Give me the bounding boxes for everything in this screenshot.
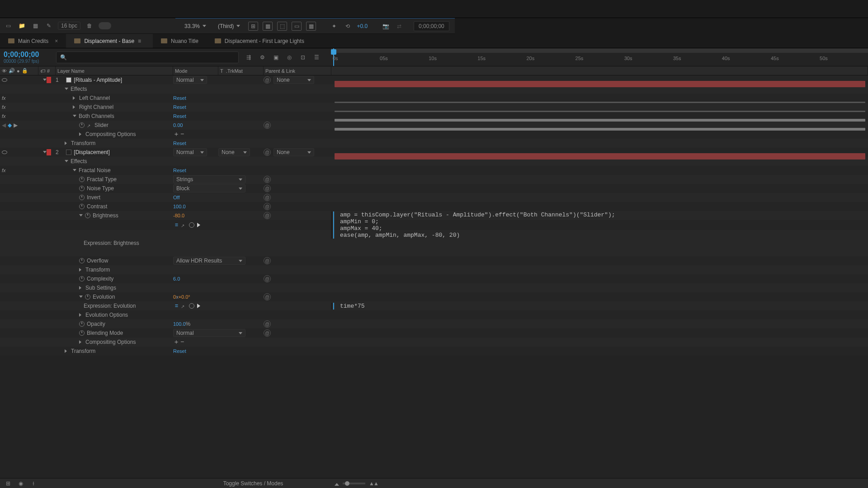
fx-badge[interactable]: fx bbox=[2, 95, 6, 101]
transform-group[interactable]: Transform bbox=[71, 348, 95, 354]
stopwatch-icon[interactable] bbox=[79, 186, 85, 191]
twirl-icon[interactable] bbox=[79, 313, 83, 317]
toggle-modes-icon[interactable]: ◉ bbox=[16, 479, 25, 488]
pickwhip-icon[interactable]: @ bbox=[264, 149, 271, 156]
quality-dropdown[interactable]: (Third) bbox=[214, 22, 244, 31]
blend-mode-dropdown[interactable]: Normal bbox=[173, 76, 207, 84]
pickwhip-icon[interactable]: @ bbox=[264, 76, 271, 84]
frame-blend-icon[interactable]: ◎ bbox=[285, 53, 294, 62]
pickwhip-icon[interactable]: @ bbox=[264, 329, 271, 337]
property-value[interactable]: 6.0 bbox=[173, 276, 180, 282]
transform-group[interactable]: Transform bbox=[71, 140, 95, 146]
pickwhip-icon[interactable]: @ bbox=[264, 320, 271, 328]
effect-name[interactable]: Right Channel bbox=[79, 104, 113, 110]
pickwhip-icon[interactable]: @ bbox=[264, 275, 271, 282]
color-depth[interactable]: 16 bpc bbox=[58, 22, 80, 30]
reset-exposure-icon[interactable]: ⟲ bbox=[343, 22, 352, 31]
visibility-toggle[interactable] bbox=[2, 78, 7, 82]
mask-toggle-icon[interactable]: ⬚ bbox=[277, 22, 287, 31]
stopwatch-icon[interactable] bbox=[79, 321, 85, 327]
snapshot-icon[interactable]: 📷 bbox=[381, 22, 390, 31]
effect-name[interactable]: Both Channels bbox=[79, 113, 114, 119]
reset-link[interactable]: Reset bbox=[173, 113, 186, 119]
region-icon[interactable]: ▭ bbox=[292, 22, 302, 31]
expression-enable-icon[interactable]: = bbox=[175, 303, 178, 309]
property-group[interactable]: Evolution Options bbox=[85, 312, 128, 318]
stopwatch-icon[interactable] bbox=[79, 122, 85, 128]
pickwhip-icon[interactable]: @ bbox=[264, 122, 271, 129]
property-name[interactable]: Opacity bbox=[87, 321, 105, 327]
project-icon[interactable]: ▭ bbox=[4, 21, 13, 30]
blend-mode-dropdown[interactable]: Normal bbox=[173, 148, 207, 156]
property-group[interactable]: Transform bbox=[85, 267, 110, 273]
property-name[interactable]: Overflow bbox=[87, 258, 108, 264]
pickwhip-icon[interactable]: @ bbox=[264, 257, 271, 264]
motion-blur-icon[interactable]: ⊡ bbox=[298, 53, 307, 62]
tab-main-credits[interactable]: Main Credits × bbox=[0, 34, 66, 48]
expression-pickwhip-icon[interactable] bbox=[189, 222, 194, 228]
parent-dropdown[interactable]: None bbox=[274, 148, 314, 156]
twirl-icon[interactable] bbox=[79, 268, 83, 272]
stopwatch-icon[interactable] bbox=[85, 213, 90, 218]
expression-language-icon[interactable] bbox=[197, 304, 203, 308]
layer-bar[interactable] bbox=[335, 153, 865, 160]
twirl-icon[interactable] bbox=[65, 141, 69, 145]
layer-name[interactable]: [Displacement] bbox=[74, 149, 109, 155]
property-name[interactable]: Contrast bbox=[87, 203, 107, 210]
twirl-icon[interactable] bbox=[65, 160, 68, 164]
expression-language-icon[interactable] bbox=[197, 223, 203, 227]
toggle-switches-button[interactable]: Toggle Switches / Modes bbox=[175, 480, 331, 487]
fractal-type-dropdown[interactable]: Strings bbox=[173, 175, 245, 183]
property-name[interactable]: Invert bbox=[87, 194, 100, 201]
parent-dropdown[interactable]: None bbox=[274, 76, 314, 84]
panel-menu-icon[interactable]: ≡ bbox=[138, 38, 145, 44]
twirl-icon[interactable] bbox=[65, 349, 69, 353]
layer-bar[interactable] bbox=[335, 81, 865, 87]
pickwhip-icon[interactable]: @ bbox=[264, 176, 271, 183]
expression-value[interactable]: 0x+0.0° bbox=[173, 294, 190, 300]
grid-toggle-icon[interactable]: ⊞ bbox=[248, 22, 258, 31]
reset-link[interactable]: Reset bbox=[173, 95, 186, 101]
expression-code[interactable]: amp = thisComp.layer("Rituals - Amplitud… bbox=[335, 211, 615, 239]
property-name[interactable]: Slider bbox=[94, 122, 108, 128]
overflow-dropdown[interactable]: Allow HDR Results bbox=[173, 257, 245, 265]
shy-icon[interactable]: ▣ bbox=[271, 53, 280, 62]
graph-icon[interactable] bbox=[87, 122, 92, 128]
reset-link[interactable]: Reset bbox=[173, 168, 186, 173]
compositing-options[interactable]: Compositing Options bbox=[85, 339, 136, 345]
stopwatch-icon[interactable] bbox=[79, 204, 85, 209]
expression-value[interactable]: -80.0 bbox=[173, 213, 184, 218]
expression-graph-icon[interactable] bbox=[181, 222, 186, 228]
fx-badge[interactable]: fx bbox=[2, 113, 6, 119]
pickwhip-icon[interactable]: @ bbox=[264, 203, 271, 210]
comp-flowchart-icon[interactable]: ⇶ bbox=[244, 53, 253, 62]
stopwatch-icon[interactable] bbox=[79, 276, 85, 282]
twirl-icon[interactable] bbox=[73, 96, 77, 100]
pickwhip-icon[interactable]: @ bbox=[264, 293, 271, 300]
add-key-icon[interactable]: ◆ bbox=[8, 122, 12, 128]
pickwhip-icon[interactable]: @ bbox=[264, 212, 271, 219]
compositing-options[interactable]: Compositing Options bbox=[85, 131, 136, 137]
stopwatch-icon[interactable] bbox=[79, 177, 85, 182]
transparency-icon[interactable]: ▦ bbox=[306, 22, 316, 31]
effects-group[interactable]: Effects bbox=[71, 86, 87, 92]
zoom-in-icon[interactable]: ▲▲ bbox=[369, 480, 378, 487]
property-name[interactable]: Fractal Type bbox=[87, 176, 117, 183]
twirl-icon[interactable] bbox=[79, 286, 83, 290]
layer-color-chip[interactable] bbox=[47, 77, 51, 83]
property-value[interactable]: 0.00 bbox=[173, 122, 183, 128]
reset-link[interactable]: Reset bbox=[173, 348, 186, 354]
tab-nuano-title[interactable]: Nuano Title bbox=[153, 34, 207, 48]
expression-enable-icon[interactable]: = bbox=[175, 222, 178, 228]
twirl-icon[interactable] bbox=[79, 214, 83, 218]
preview-timecode[interactable]: 0;00;00;00 bbox=[414, 21, 449, 31]
twirl-icon[interactable] bbox=[43, 79, 47, 83]
fx-badge[interactable]: fx bbox=[2, 104, 6, 110]
effect-name[interactable]: Fractal Noise bbox=[79, 167, 111, 174]
reset-link[interactable]: Reset bbox=[173, 141, 186, 146]
time-ruler[interactable]: 0s 05s 10s 15s 20s 25s 30s 35s 40s 45s 5… bbox=[331, 48, 868, 66]
expression-pickwhip-icon[interactable] bbox=[189, 303, 194, 309]
property-value[interactable]: 100.0 bbox=[173, 321, 186, 327]
stopwatch-icon[interactable] bbox=[79, 195, 85, 200]
composition-icon[interactable]: ▦ bbox=[31, 21, 40, 30]
